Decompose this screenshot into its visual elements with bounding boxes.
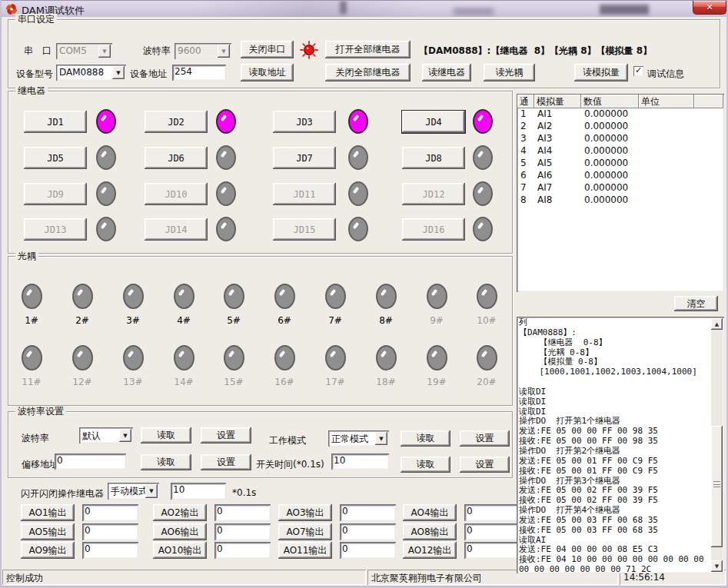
relay-button-jd2[interactable]: JD2 <box>145 111 208 133</box>
ao-output-input-5[interactable]: 0 <box>82 523 138 540</box>
table-header-col-4[interactable]: 单位 <box>639 95 694 108</box>
ao-output-input-4[interactable]: 0 <box>464 504 520 521</box>
ao-output-button-7[interactable]: AO7输出 <box>278 523 332 540</box>
relay-button-jd12[interactable]: JD12 <box>402 183 465 205</box>
led-glint <box>353 151 360 158</box>
scroll-down-icon: ▼ <box>715 563 719 570</box>
table-header-col-5[interactable] <box>694 95 723 108</box>
table-row[interactable]: 5AI50.000000 <box>518 158 723 170</box>
ao-output-input-3[interactable]: 0 <box>340 504 396 521</box>
relay-button-jd6[interactable]: JD6 <box>145 147 208 169</box>
log-scrollbar[interactable]: ▲ ▼ <box>711 318 723 572</box>
relay-button-jd15[interactable]: JD15 <box>273 218 336 241</box>
flash-time-input[interactable]: 10 <box>171 483 226 500</box>
work-mode-read-button[interactable]: 读取 <box>401 430 450 447</box>
address-input[interactable]: 254 <box>172 65 226 81</box>
chevron-down-icon[interactable]: ▼ <box>98 45 111 58</box>
scrollbar-thumb[interactable] <box>711 426 723 547</box>
ao-output-input-12[interactable]: 0 <box>464 542 520 559</box>
open-all-relays-button[interactable]: 打开全部继电器 <box>325 41 411 58</box>
chevron-down-icon[interactable]: ▼ <box>119 429 131 442</box>
ao-output-button-9[interactable]: AO9输出 <box>21 542 75 559</box>
ao-output-button-5[interactable]: AO5输出 <box>21 523 75 540</box>
work-mode-combo[interactable]: 正常模式 ▼ <box>328 430 389 447</box>
offset-input[interactable]: 0 <box>55 453 126 470</box>
switch-time-set-button[interactable]: 设置 <box>460 457 510 473</box>
relay-button-jd14[interactable]: JD14 <box>145 218 208 241</box>
table-row[interactable]: 7AI70.000000 <box>518 182 723 194</box>
table-row[interactable]: 8AI80.000000 <box>518 194 723 207</box>
ao-output-input-1[interactable]: 0 <box>82 504 138 521</box>
read-relay-button[interactable]: 读继电器 <box>422 64 471 81</box>
ao-output-button-11[interactable]: AO11输出 <box>278 542 332 559</box>
table-row[interactable]: 6AI60.000000 <box>518 170 723 182</box>
table-row[interactable]: 2AI20.000000 <box>518 121 723 133</box>
device-summary: 【DAM0888】:【继电器 8】【光耦 8】【模拟量 8】 <box>419 45 652 58</box>
chevron-down-icon[interactable]: ▼ <box>145 484 158 498</box>
relay-button-jd11[interactable]: JD11 <box>273 183 336 205</box>
table-row[interactable]: 3AI30.000000 <box>518 133 723 145</box>
close-button[interactable]: ✕ <box>693 1 726 15</box>
relay-button-jd16[interactable]: JD16 <box>402 218 465 241</box>
ao-output-button-10[interactable]: AO10输出 <box>153 542 207 559</box>
table-row[interactable]: 1AI10.000000 <box>518 108 723 121</box>
baud-default-combo[interactable]: 默认 ▼ <box>79 427 133 443</box>
model-combo[interactable]: DAM0888 ▼ <box>56 65 126 81</box>
relay-button-jd7[interactable]: JD7 <box>273 147 336 169</box>
ao-output-button-1[interactable]: AO1输出 <box>21 504 75 521</box>
read-analog-button[interactable]: 读模拟量 <box>574 64 628 81</box>
baud-set-button[interactable]: 设置 <box>201 427 251 443</box>
ao-output-input-7[interactable]: 0 <box>340 523 396 540</box>
ao-output-button-3[interactable]: AO3输出 <box>278 504 332 521</box>
ao-output-button-4[interactable]: AO4输出 <box>403 504 457 521</box>
relay-button-jd10[interactable]: JD10 <box>145 183 208 205</box>
scroll-up-button[interactable]: ▲ <box>711 318 723 330</box>
ao-output-input-9[interactable]: 0 <box>82 542 138 559</box>
switch-time-input[interactable]: 10 <box>331 453 389 470</box>
ao-output-button-12[interactable]: AO12输出 <box>403 542 457 559</box>
table-row[interactable]: 4AI40.000000 <box>518 145 723 158</box>
offset-read-button[interactable]: 读取 <box>141 454 191 470</box>
switch-time-read-button[interactable]: 读取 <box>401 457 450 473</box>
clear-log-button[interactable]: 清空 <box>674 296 718 311</box>
baud-combo[interactable]: 9600 ▼ <box>175 43 231 59</box>
chevron-down-icon[interactable]: ▼ <box>375 432 387 445</box>
table-header-col-3[interactable]: 数值 <box>581 95 639 108</box>
chevron-down-icon[interactable]: ▼ <box>218 45 230 58</box>
chevron-down-icon[interactable]: ▼ <box>112 66 125 79</box>
table-header-col-2[interactable]: 模拟量 <box>534 95 581 108</box>
flash-mode-combo[interactable]: 手动模式 ▼ <box>108 483 159 500</box>
relay-button-jd3[interactable]: JD3 <box>273 111 336 133</box>
log-lines[interactable]: 列【DAM0888】: 【继电器 0-8】 【光耦 0-8】 【模拟量 0-8】… <box>519 318 711 572</box>
ao-output-input-10[interactable]: 0 <box>214 542 271 559</box>
ao-output-input-6[interactable]: 0 <box>214 523 271 540</box>
close-serial-button[interactable]: 关闭串口 <box>241 41 294 58</box>
flash-time-unit-label: *0.1s <box>232 487 256 498</box>
read-opto-button[interactable]: 读光耦 <box>484 64 535 81</box>
offset-set-button[interactable]: 设置 <box>201 454 251 470</box>
ao-output-input-11[interactable]: 0 <box>340 542 396 559</box>
led-glint <box>330 350 337 358</box>
table-header-col-1[interactable]: 通 <box>517 95 534 108</box>
ao-output-input-8[interactable]: 0 <box>464 523 520 540</box>
relay-button-jd4[interactable]: JD4 <box>402 111 465 133</box>
port-combo[interactable]: COM5 ▼ <box>56 43 112 59</box>
ao-output-button-8[interactable]: AO8输出 <box>403 523 457 540</box>
work-mode-set-button[interactable]: 设置 <box>460 430 510 447</box>
opto-led-4 <box>174 284 194 309</box>
relay-button-jd1[interactable]: JD1 <box>24 111 87 133</box>
baud-read-button[interactable]: 读取 <box>141 427 191 443</box>
ao-output-button-2[interactable]: AO2输出 <box>153 504 207 521</box>
ao-output-input-2[interactable]: 0 <box>214 504 271 521</box>
relay-button-jd5[interactable]: JD5 <box>24 147 87 169</box>
relay-button-jd13[interactable]: JD13 <box>24 218 87 241</box>
relay-button-jd9[interactable]: JD9 <box>24 183 87 205</box>
ao-output-button-6[interactable]: AO6输出 <box>153 523 207 540</box>
relay-button-jd8[interactable]: JD8 <box>402 147 465 169</box>
scroll-down-button[interactable]: ▼ <box>711 560 723 572</box>
debug-info-checkbox[interactable]: ✓ <box>633 66 643 76</box>
read-address-button[interactable]: 读取地址 <box>241 64 294 81</box>
address-label: 设备地址 <box>130 68 167 81</box>
close-all-relays-button[interactable]: 关闭全部继电器 <box>325 64 411 81</box>
scroll-up-icon: ▲ <box>715 321 719 327</box>
